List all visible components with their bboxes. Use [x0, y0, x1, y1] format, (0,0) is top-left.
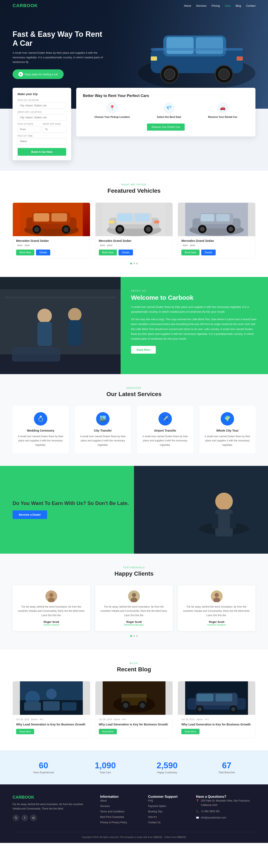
blog-grid: Oct 28, 2019 Admin ✉ 5 Why Lead Generati… — [12, 681, 256, 738]
footer-link-payment[interactable]: Payment Option — [148, 805, 166, 808]
svg-rect-52 — [12, 347, 60, 362]
step-2: 💎 Select the Best Deal — [157, 102, 181, 119]
services-section: SERVICES Our Latest Services 💍 Wedding C… — [0, 374, 268, 466]
hero-content: Fast & Easy Way To Rent A Car A small ri… — [0, 30, 122, 79]
vehicles-grid: Mercedes Grand Sedan $500 $600 Book Now … — [12, 203, 256, 258]
nav-contact[interactable]: Contact — [246, 4, 256, 7]
social-twitter-icon[interactable]: 𝕏 — [12, 814, 19, 821]
cta-button[interactable]: Become a Dealer — [12, 510, 47, 519]
svg-rect-3 — [166, 37, 194, 54]
footer-link-howits[interactable]: How it's — [148, 815, 157, 818]
carousel-dots — [12, 263, 256, 265]
footer-info-title: Information — [100, 795, 140, 799]
svg-rect-86 — [216, 694, 233, 702]
vehicle-1-buttons: Book Now Details — [16, 250, 87, 255]
vehicle-2-details-button[interactable]: Details — [118, 250, 133, 255]
social-icons: 𝕏 f in — [12, 814, 92, 821]
nav-about[interactable]: About — [184, 4, 191, 7]
testimonials-grid: Far far away, behind the word mountains,… — [12, 585, 256, 631]
hero-cta-button[interactable]: ▶ Easy steps for renting a car — [12, 69, 64, 79]
footer-link-booking[interactable]: Booking Tips — [148, 810, 162, 813]
svg-rect-26 — [117, 214, 132, 221]
reserve-button[interactable]: Reserve Your Perfect Car — [147, 124, 185, 131]
about-image — [0, 277, 120, 374]
testimonial-dot-1[interactable] — [130, 635, 132, 637]
about-tag: ABOUT US — [131, 289, 258, 292]
nav-blog[interactable]: Blog — [236, 4, 241, 7]
footer-link-terms[interactable]: Terms and Conditions — [100, 810, 124, 813]
stat-customers-label: Happy Customary — [157, 771, 178, 774]
blog-2-title: Why Lead Generation is Key for Business … — [99, 722, 169, 727]
blog-1-image — [13, 681, 90, 715]
footer-link-services[interactable]: Services — [100, 805, 110, 808]
phone-icon: 📞 — [196, 809, 199, 814]
svg-point-79 — [123, 703, 128, 708]
footer-link-contact[interactable]: Contact Us — [148, 821, 160, 824]
service-2-name: City Transfer — [79, 429, 127, 432]
social-facebook-icon[interactable]: f — [21, 814, 28, 821]
service-3-name: Airport Transfer — [141, 429, 189, 432]
pickup-location-input[interactable] — [18, 102, 66, 109]
vehicle-1-image — [13, 203, 90, 236]
step-1-icon: 📍 — [106, 102, 118, 114]
nav-cars[interactable]: Cars — [225, 4, 231, 7]
footer-link-about[interactable]: About — [100, 799, 107, 802]
blog-1-read-more-button[interactable]: Read More — [16, 729, 34, 734]
step-3: 🚗 Reserve Your Rental Car — [208, 102, 237, 119]
blog-3-read-more-button[interactable]: Read More — [181, 729, 199, 734]
stat-customers: 2,590 Happy Customary — [157, 761, 178, 774]
cta-text-area: Do You Want To Earn With Us? So Don't Be… — [12, 500, 129, 519]
footer-link-price[interactable]: Best Price Guarantee — [100, 815, 124, 818]
testimonial-dot-2[interactable] — [133, 635, 135, 637]
footer-link-faq[interactable]: FAQ — [148, 799, 153, 802]
vehicle-1-body: Mercedes Grand Sedan $500 $600 Book Now … — [13, 236, 90, 258]
site-logo[interactable]: CARBOOK — [12, 3, 38, 8]
svg-point-49 — [68, 308, 82, 321]
stat-years-label: Years Experienced — [33, 771, 54, 774]
cta-title: Do You Want To Earn With Us? So Don't Be… — [12, 500, 129, 506]
step-1-label: Choose Your Pickup Location — [95, 116, 130, 119]
blog-3-meta: Oct 28, 2019 Admin ✉ 5 — [181, 718, 252, 721]
about-learn-more-button[interactable]: Read More — [131, 346, 156, 354]
testimonial-1: Far far away, behind the word mountains,… — [12, 585, 90, 631]
vehicle-1-price: $500 $600 — [16, 243, 87, 247]
footer-link-privacy[interactable]: Privacy & Privacy Policy — [100, 821, 127, 824]
blog-2-read-more-button[interactable]: Read More — [99, 729, 117, 734]
vehicle-3-details-button[interactable]: Details — [201, 250, 216, 255]
dot-2[interactable] — [133, 263, 135, 265]
trip-type-input[interactable] — [18, 138, 66, 145]
cta-banner: Do You Want To Earn With Us? So Don't Be… — [0, 466, 268, 554]
nav-pricing[interactable]: Pricing — [212, 4, 220, 7]
featured-section: WHAT WE OFFER Feeatured Vehicles — [0, 171, 268, 277]
pickup-date-label: PICK-UP DATE — [18, 123, 41, 125]
svg-rect-38 — [201, 214, 214, 221]
step-3-label: Reserve Your Rental Car — [208, 116, 237, 119]
blog-2-meta: Oct 28, 2019 Admin ✉ 5 — [99, 718, 169, 721]
vehicle-2-book-button[interactable]: Book Now — [99, 250, 117, 255]
testimonial-dot-3[interactable] — [136, 635, 138, 637]
vehicle-1-book-button[interactable]: Book Now — [16, 250, 34, 255]
booking-form-title: Make your trip — [18, 92, 66, 96]
vehicle-3-book-button[interactable]: Book Now — [181, 250, 199, 255]
svg-rect-32 — [109, 220, 114, 223]
dropoff-location-label: DROP-OFF LOCATION — [18, 111, 66, 113]
dropoff-date-input[interactable] — [43, 126, 66, 133]
featured-tag: WHAT WE OFFER — [12, 183, 256, 186]
footer-logo: CARBOOK — [12, 795, 92, 800]
testimonial-2-avatar — [128, 590, 140, 602]
vehicle-1-details-button[interactable]: Details — [36, 250, 50, 255]
nav-services[interactable]: Services — [196, 4, 207, 7]
footer-contact-info: 📍 203 Fake St. Mountain View, San Franci… — [196, 799, 256, 820]
svg-rect-72 — [43, 701, 60, 711]
service-1-icon: 💍 — [34, 412, 47, 426]
steps-container: 📍 Choose Your Pickup Location 💎 Select t… — [83, 102, 249, 119]
footer-support-links: FAQ Payment Option Booking Tips How it's… — [148, 799, 188, 824]
book-car-button[interactable]: Book A Car Now — [18, 148, 66, 156]
social-instagram-icon[interactable]: in — [30, 814, 37, 821]
dropoff-location-input[interactable] — [18, 114, 66, 121]
dot-3[interactable] — [136, 263, 138, 265]
step-1: 📍 Choose Your Pickup Location — [95, 102, 130, 119]
dot-1[interactable] — [130, 263, 132, 265]
svg-point-6 — [164, 69, 175, 80]
pickup-date-input[interactable] — [18, 126, 41, 133]
